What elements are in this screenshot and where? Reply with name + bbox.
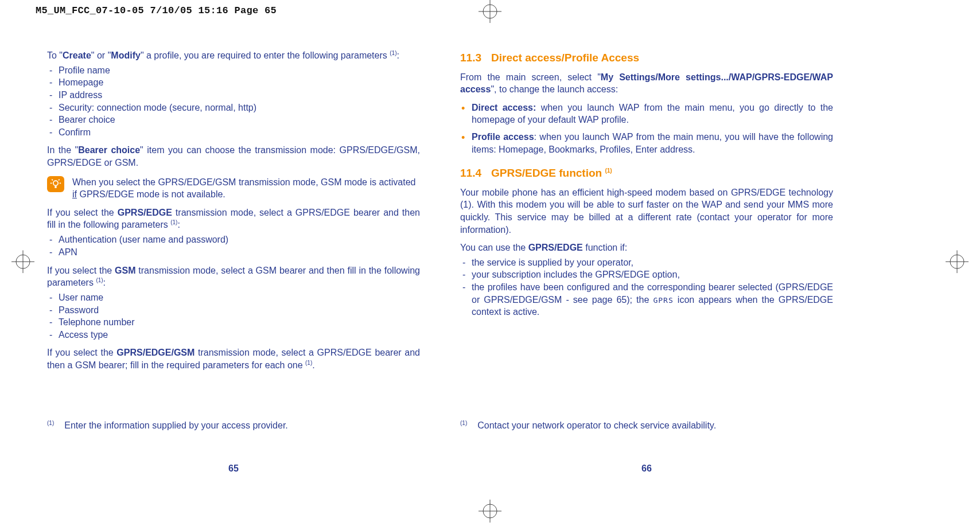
list-item: User name bbox=[47, 291, 420, 304]
gsm-params-list: User name Password Telephone number Acce… bbox=[47, 291, 420, 341]
gprs-params-list: Authentication (user name and password) … bbox=[47, 233, 420, 258]
list-item: Telephone number bbox=[47, 316, 420, 329]
crop-mark-left bbox=[11, 250, 34, 276]
lightbulb-icon bbox=[47, 176, 64, 192]
page-number-left: 65 bbox=[47, 462, 420, 475]
gsm-select-text: If you select the GSM transmission mode,… bbox=[47, 264, 420, 290]
launch-access-text: From the main screen, select "My Setting… bbox=[460, 71, 833, 96]
list-item: Profile name bbox=[47, 64, 420, 77]
list-item: Authentication (user name and password) bbox=[47, 233, 420, 246]
tip-callout: When you select the GPRS/EDGE/GSM transm… bbox=[47, 176, 420, 201]
list-item: Bearer choice bbox=[47, 114, 420, 126]
gprs-select-text: If you select the GPRS/EDGE transmission… bbox=[47, 206, 420, 232]
access-list: Direct access: when you launch WAP from … bbox=[460, 102, 833, 155]
list-item: Homepage bbox=[47, 76, 420, 89]
list-item: the service is supplied by your operator… bbox=[460, 256, 833, 269]
list-item: the profiles have been configured and th… bbox=[460, 281, 833, 318]
conditions-intro: You can use the GPRS/EDGE function if: bbox=[460, 241, 833, 254]
page-number-right: 66 bbox=[460, 462, 833, 475]
list-item: your subscription includes the GPRS/EDGE… bbox=[460, 268, 833, 281]
page-right: 11.3Direct access/Profile Access From th… bbox=[460, 49, 833, 372]
list-item: APN bbox=[47, 246, 420, 259]
list-item: Profile access: when you launch WAP from… bbox=[460, 131, 833, 155]
list-item: Confirm bbox=[47, 126, 420, 139]
page-spread: To "Create" or "Modify" a profile, you a… bbox=[0, 18, 980, 372]
svg-point-12 bbox=[53, 181, 58, 185]
footnote-marker: (1) bbox=[47, 419, 54, 432]
tip-text: When you select the GPRS/EDGE/GSM transm… bbox=[72, 176, 420, 201]
list-item: Security: connection mode (secure, norma… bbox=[47, 102, 420, 114]
params-list: Profile name Homepage IP address Securit… bbox=[47, 64, 420, 139]
crop-mark-top bbox=[479, 0, 501, 26]
list-item: IP address bbox=[47, 89, 420, 102]
section-11-4-heading: 11.4GPRS/EDGE function (1) bbox=[460, 166, 833, 181]
footnote-text: Contact your network operator to check s… bbox=[477, 419, 716, 432]
bearer-choice-text: In the "Bearer choice" item you can choo… bbox=[47, 144, 420, 169]
list-item: Direct access: when you launch WAP from … bbox=[460, 102, 833, 126]
crop-mark-bottom bbox=[479, 500, 501, 526]
list-item: Password bbox=[47, 304, 420, 317]
section-11-3-heading: 11.3Direct access/Profile Access bbox=[460, 50, 833, 65]
crop-mark-right bbox=[946, 250, 969, 276]
footnote-marker: (1) bbox=[460, 419, 467, 432]
gprs-icon: GPRS bbox=[653, 296, 673, 305]
list-item: Access type bbox=[47, 329, 420, 341]
both-select-text: If you select the GPRS/EDGE/GSM transmis… bbox=[47, 346, 420, 372]
footnote-left: (1) Enter the information supplied by yo… bbox=[47, 419, 420, 432]
conditions-list: the service is supplied by your operator… bbox=[460, 256, 833, 318]
page-left: To "Create" or "Modify" a profile, you a… bbox=[47, 49, 420, 372]
intro-line: To "Create" or "Modify" a profile, you a… bbox=[47, 49, 420, 62]
gprs-edge-description: Your mobile phone has an efficient high-… bbox=[460, 186, 833, 236]
footnote-text: Enter the information supplied by your a… bbox=[64, 419, 288, 432]
footnote-right: (1) Contact your network operator to che… bbox=[460, 419, 833, 432]
